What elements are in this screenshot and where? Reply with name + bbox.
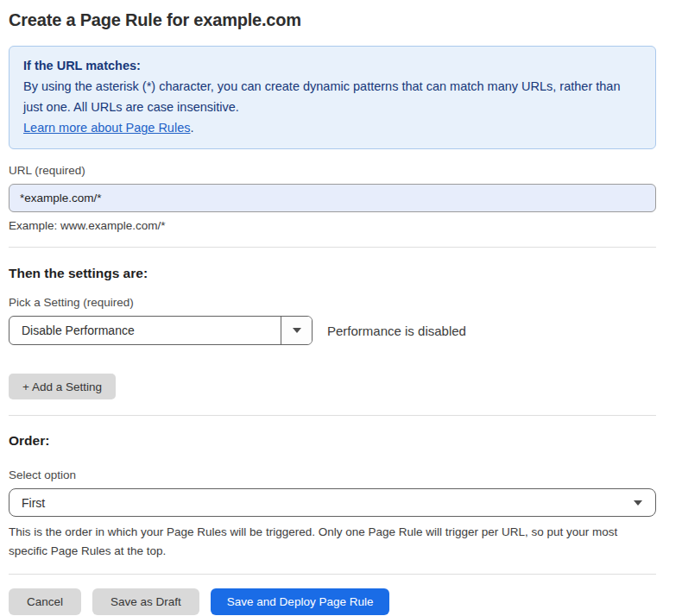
select-option-label: Select option — [9, 468, 656, 481]
setting-select-value: Disable Performance — [9, 324, 281, 337]
settings-section-heading: Then the settings are: — [9, 266, 656, 281]
setting-row: Disable Performance Performance is disab… — [9, 316, 656, 345]
create-page-rule-form: Create a Page Rule for example.com If th… — [0, 0, 682, 615]
setting-select-arrow-button[interactable] — [281, 317, 312, 344]
add-setting-button[interactable]: + Add a Setting — [9, 374, 116, 399]
save-deploy-button[interactable]: Save and Deploy Page Rule — [211, 588, 390, 615]
divider — [9, 247, 656, 248]
pick-setting-label: Pick a Setting (required) — [9, 296, 656, 309]
url-label: URL (required) — [9, 164, 656, 177]
link-period: . — [190, 121, 193, 135]
order-select-value: First — [9, 496, 634, 510]
chevron-down-icon — [293, 328, 301, 333]
setting-select[interactable]: Disable Performance — [9, 316, 313, 345]
cancel-button[interactable]: Cancel — [9, 588, 81, 615]
order-section-heading: Order: — [9, 433, 656, 449]
info-box-heading: If the URL matches: — [23, 55, 641, 76]
save-draft-button[interactable]: Save as Draft — [92, 588, 199, 615]
footer-actions: Cancel Save as Draft Save and Deploy Pag… — [9, 588, 656, 615]
info-box-body: By using the asterisk (*) character, you… — [23, 76, 628, 117]
chevron-down-icon — [634, 500, 642, 506]
url-example-text: Example: www.example.com/* — [9, 219, 656, 232]
page-title: Create a Page Rule for example.com — [9, 10, 656, 30]
url-match-info-box: If the URL matches: By using the asteris… — [9, 46, 656, 149]
order-help-text: This is the order in which your Page Rul… — [9, 523, 652, 561]
divider — [9, 415, 656, 416]
divider — [9, 574, 656, 575]
info-box-link-line: Learn more about Page Rules. — [23, 117, 641, 138]
setting-status-text: Performance is disabled — [327, 324, 466, 338]
url-input[interactable] — [9, 184, 656, 212]
learn-more-link[interactable]: Learn more about Page Rules — [23, 121, 190, 135]
order-select[interactable]: First — [9, 488, 656, 517]
